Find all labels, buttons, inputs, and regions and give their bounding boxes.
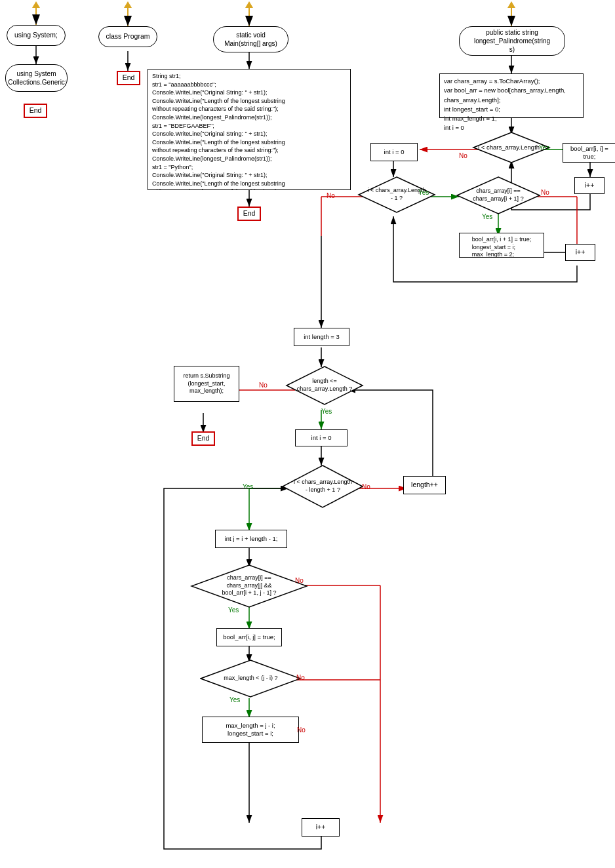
node-set-i-0-label: int i = 0 — [384, 148, 405, 156]
node-set-max-length: max_length = j - i;longest_start = i; — [202, 717, 299, 743]
node-class-program: class Program — [98, 26, 157, 47]
node-set-bool-arr-true-label: bool_arr[i, i] = true; — [567, 145, 612, 161]
label-no-i-lt-len: No — [459, 152, 467, 159]
node-palindrome-func-label: public static stringlongest_Palindrome(s… — [474, 28, 550, 54]
node-set-i-0-2: int i = 0 — [295, 429, 347, 446]
node-set-length3-label: int length = 3 — [304, 333, 340, 341]
node-i-incr1: i++ — [574, 177, 605, 194]
node-set-bool-arr-true: bool_arr[i, i] = true; — [563, 143, 615, 163]
label-no-length-lte: No — [259, 382, 268, 389]
node-set-bool-two: bool_arr[i, i + 1] = true;longest_start … — [459, 233, 544, 258]
node-check-chars-equal: chars_array[i] ==chars_array[i + 1] ? — [456, 176, 541, 215]
node-init-vars-label: var chars_array = s.ToCharArray();var bo… — [444, 77, 566, 133]
node-end4-label: End — [197, 434, 210, 443]
node-using-collections: using System.Collections.Generic; — [5, 64, 68, 92]
node-i-incr2: i++ — [565, 244, 595, 261]
svg-marker-50 — [283, 465, 363, 507]
flowchart: using System; class Program End using Sy… — [0, 0, 615, 868]
node-end2-label: End — [30, 106, 42, 115]
node-check-chars-bool: chars_array[i] ==chars_array[j] &&bool_a… — [190, 564, 308, 608]
node-end1-label: End — [123, 73, 135, 83]
label-yes-max-length: Yes — [229, 696, 240, 703]
node-length-incr-label: length++ — [411, 481, 438, 490]
label-no-i-lt-len-m1: No — [327, 192, 335, 199]
node-i-incr3-label: i++ — [316, 823, 326, 832]
node-set-i-0: int i = 0 — [370, 143, 418, 161]
node-using-system: using System; — [7, 25, 66, 46]
svg-marker-44 — [245, 1, 253, 8]
svg-marker-45 — [507, 1, 515, 8]
label-yes-chars-bool: Yes — [228, 606, 239, 614]
label-yes-length-lte: Yes — [321, 408, 332, 415]
node-return-substring-label: return s.Substring(longest_start,max_len… — [183, 372, 229, 395]
node-main-method: static voidMain(string[] args) — [213, 26, 288, 52]
node-end3: End — [237, 207, 261, 221]
label-yes-chars-equal: Yes — [482, 213, 492, 220]
node-class-program-label: class Program — [106, 32, 149, 41]
node-main-method-label: static voidMain(string[] args) — [224, 31, 277, 48]
node-set-max-length-label: max_length = j - i;longest_start = i; — [226, 722, 275, 738]
node-set-j-label: int j = i + length - 1; — [225, 535, 278, 543]
node-end4: End — [191, 431, 215, 446]
node-set-i-0-2-label: int i = 0 — [311, 434, 332, 442]
node-main-body-label: String str1;str1 = "aaaaaabbbbccc";Conso… — [152, 72, 285, 190]
node-set-bool-two-label: bool_arr[i, i + 1] = true;longest_start … — [472, 236, 532, 259]
arrow-indicator-2 — [123, 1, 133, 9]
node-i-incr1-label: i++ — [585, 181, 595, 190]
node-end1: End — [117, 71, 140, 85]
node-set-bool-ij-label: bool_arr[i, j] = true; — [223, 633, 275, 641]
node-using-collections-label: using System.Collections.Generic; — [6, 69, 66, 87]
svg-marker-52 — [201, 660, 300, 697]
label-yes-i-lt-len-minus-length: Yes — [243, 483, 253, 490]
node-main-body: String str1;str1 = "aaaaaabbbbccc";Conso… — [148, 69, 351, 190]
node-init-vars: var chars_array = s.ToCharArray();var bo… — [439, 73, 584, 118]
svg-marker-43 — [124, 1, 132, 8]
arrow-indicator-1 — [31, 1, 41, 9]
label-no-chars-bool: No — [295, 577, 304, 584]
label-yes-i-lt-len-m1: Yes — [418, 189, 429, 196]
node-set-j: int j = i + length - 1; — [215, 530, 287, 548]
node-palindrome-func: public static stringlongest_Palindrome(s… — [459, 26, 565, 56]
node-end3-label: End — [243, 209, 256, 218]
node-using-system-label: using System; — [14, 31, 58, 40]
node-return-substring: return s.Substring(longest_start,max_len… — [174, 366, 239, 402]
svg-marker-49 — [287, 366, 363, 404]
node-set-bool-ij: bool_arr[i, j] = true; — [216, 628, 282, 646]
label-no-i-lt-len-minus-length: No — [362, 483, 370, 490]
node-end2: End — [24, 104, 47, 118]
node-check-max-length: max_length < (j - i) ? — [200, 659, 302, 698]
label-no-chars-equal: No — [541, 189, 549, 196]
node-set-length3: int length = 3 — [294, 328, 349, 346]
node-i-incr2-label: i++ — [576, 248, 585, 257]
label-yes-i-lt-len: Yes — [539, 144, 549, 151]
label-no-max-length: No — [296, 674, 305, 681]
svg-marker-42 — [32, 1, 40, 8]
arrow-indicator-3 — [244, 1, 254, 9]
node-check-length-lte: length <=chars_array.Length ? — [285, 365, 364, 406]
arrow-indicator-4 — [506, 1, 517, 9]
label-no-to-i-incr3: No — [297, 726, 306, 734]
node-length-incr: length++ — [403, 476, 446, 494]
svg-marker-51 — [191, 565, 307, 607]
node-check-i-lt-len-minus-length: i < chars_array.Length- length + 1 ? — [282, 464, 364, 509]
svg-marker-48 — [457, 177, 540, 214]
svg-marker-46 — [473, 132, 549, 163]
node-i-incr3: i++ — [302, 818, 340, 837]
